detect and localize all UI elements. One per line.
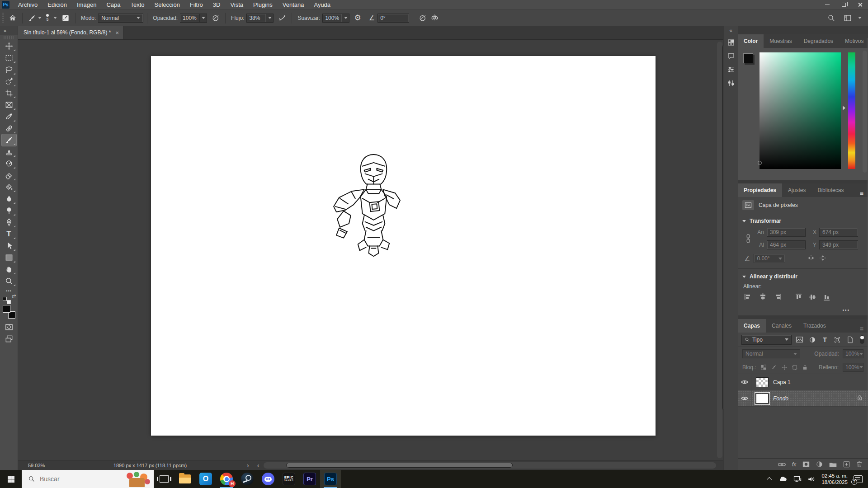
taskbar-discord[interactable] — [258, 470, 278, 488]
align-center-horizontal-button[interactable] — [759, 293, 767, 302]
filter-pixel-layers-icon[interactable] — [795, 335, 804, 344]
move-tool[interactable] — [2, 40, 16, 52]
close-button[interactable] — [852, 0, 868, 10]
layer-opacity-field[interactable]: 100% — [843, 349, 863, 358]
canvas-vertical-scrollbar[interactable] — [717, 42, 722, 458]
foreground-color-swatch[interactable] — [3, 305, 10, 313]
color-picker-marker[interactable] — [758, 161, 762, 165]
menu-plugins[interactable]: Plugins — [248, 0, 278, 10]
rectangle-shape-tool[interactable] — [2, 252, 16, 263]
menu-ventana[interactable]: Ventana — [278, 0, 309, 10]
search-icon[interactable] — [826, 12, 837, 24]
rectangular-marquee-tool[interactable] — [2, 52, 16, 64]
menu-ayuda[interactable]: Ayuda — [309, 0, 335, 10]
tray-expand-icon[interactable] — [767, 477, 772, 482]
workspace-caret[interactable] — [858, 17, 862, 19]
tab-propiedades[interactable]: Propiedades — [738, 183, 782, 197]
canvas-horizontal-scrollbar[interactable] — [264, 462, 716, 469]
visibility-cell[interactable] — [738, 374, 751, 390]
menu-capa[interactable]: Capa — [101, 0, 125, 10]
link-layers-icon[interactable] — [778, 462, 786, 467]
artboard[interactable] — [151, 56, 656, 436]
filter-smart-objects-icon[interactable] — [845, 335, 854, 344]
lock-all-icon[interactable] — [802, 364, 808, 371]
dock-expand-button[interactable]: « — [724, 26, 738, 34]
restore-button[interactable] — [835, 0, 852, 10]
align-left-button[interactable] — [744, 293, 752, 302]
screen-mode-button[interactable] — [2, 333, 16, 345]
layer-row-capa1[interactable]: Capa 1 — [738, 374, 868, 390]
menu-filtro[interactable]: Filtro — [185, 0, 208, 10]
dodge-tool[interactable] — [2, 205, 16, 216]
status-popup-arrow[interactable]: › — [247, 462, 249, 469]
y-field[interactable]: 349 px — [819, 240, 858, 249]
taskbar-epic-games[interactable]: EPIC GAMES — [278, 470, 299, 488]
taskbar-outlook[interactable]: O — [195, 470, 216, 488]
tab-canales[interactable]: Canales — [766, 319, 797, 333]
onedrive-icon[interactable] — [778, 476, 788, 482]
pressure-size-icon[interactable] — [417, 12, 429, 24]
default-colors-icon[interactable] — [3, 297, 11, 304]
x-field[interactable]: 674 px — [819, 228, 858, 237]
new-adjustment-layer-icon[interactable] — [816, 461, 823, 468]
taskbar-clock[interactable]: 02:45 a. m. 18/06/2025 — [821, 473, 848, 485]
minimize-button[interactable] — [819, 0, 835, 10]
height-field[interactable]: 464 px — [767, 240, 806, 249]
width-field[interactable]: 309 px — [767, 228, 806, 237]
history-brush-tool[interactable] — [2, 158, 16, 169]
layer-fill-field[interactable]: 100% — [843, 363, 863, 372]
taskbar-file-explorer[interactable] — [175, 470, 195, 488]
lock-position-icon[interactable] — [781, 364, 788, 371]
color-panel-scrollbar[interactable] — [863, 51, 867, 173]
filter-adjustment-layers-icon[interactable] — [808, 335, 817, 344]
document-close-icon[interactable]: × — [115, 29, 119, 36]
tool-preset-brush-icon[interactable] — [26, 12, 38, 24]
menu-texto[interactable]: Texto — [125, 0, 149, 10]
layer-filter-dropdown[interactable]: Tipo — [741, 335, 792, 345]
document-tab[interactable]: Sin título-1 al 59% (Fondo, RGB/8) * × — [18, 26, 124, 39]
home-icon[interactable] — [7, 12, 19, 24]
taskbar-chrome[interactable]: H — [216, 470, 237, 488]
toolbox-collapse-button[interactable]: » — [0, 26, 18, 35]
lock-artboard-icon[interactable] — [792, 364, 798, 371]
add-layer-mask-icon[interactable] — [802, 461, 810, 467]
blur-tool[interactable] — [2, 193, 16, 205]
start-button[interactable] — [0, 470, 22, 488]
zoom-level-field[interactable]: 59.03% — [28, 463, 60, 468]
workspace-switcher-icon[interactable] — [842, 12, 854, 24]
lasso-tool[interactable] — [2, 64, 16, 75]
pen-tool[interactable] — [2, 216, 16, 228]
frame-tool[interactable] — [2, 99, 16, 111]
layer-thumbnail[interactable] — [756, 394, 769, 404]
align-bottom-button[interactable] — [823, 293, 830, 302]
search-input[interactable] — [40, 475, 108, 483]
transform-section-header[interactable]: Transformar — [738, 213, 868, 227]
lock-transparency-icon[interactable] — [760, 364, 767, 371]
network-icon[interactable] — [793, 476, 802, 483]
adjustments-panel-icon[interactable] — [726, 64, 736, 75]
type-tool[interactable]: T — [2, 228, 16, 240]
menu-edicion[interactable]: Edición — [42, 0, 72, 10]
layer-name[interactable]: Fondo — [773, 395, 788, 402]
layer-row-fondo[interactable]: Fondo — [738, 390, 868, 407]
align-more-options[interactable]: ••• — [738, 304, 868, 315]
menu-archivo[interactable]: Archivo — [13, 0, 42, 10]
crop-tool[interactable] — [2, 87, 16, 99]
layer-thumbnail[interactable] — [756, 377, 769, 387]
quick-mask-button[interactable] — [2, 321, 16, 333]
menu-imagen[interactable]: Imagen — [72, 0, 101, 10]
airbrush-icon[interactable] — [276, 12, 288, 24]
eraser-tool[interactable] — [2, 169, 16, 181]
filter-toggle-switch[interactable] — [860, 335, 864, 344]
flow-caret[interactable] — [266, 14, 274, 23]
tab-color[interactable]: Color — [738, 34, 764, 48]
current-color-swatch[interactable] — [743, 53, 753, 63]
hand-tool[interactable] — [2, 263, 16, 275]
layer-name[interactable]: Capa 1 — [773, 379, 791, 385]
eyedropper-tool[interactable] — [2, 111, 16, 122]
edit-toolbar-ellipsis[interactable]: ••• — [0, 289, 18, 293]
brush-settings-panel-icon[interactable] — [60, 12, 71, 24]
object-selection-tool[interactable] — [2, 75, 16, 87]
menu-seleccion[interactable]: Selección — [150, 0, 185, 10]
path-selection-tool[interactable] — [2, 240, 16, 252]
